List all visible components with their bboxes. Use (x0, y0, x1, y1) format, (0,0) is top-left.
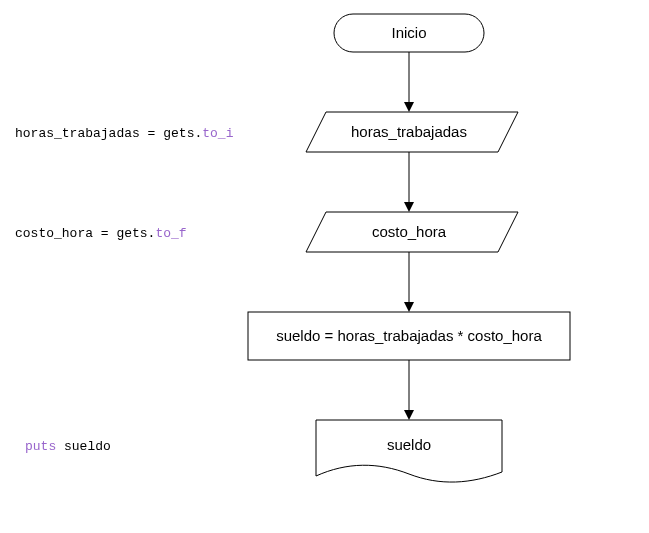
flowchart-input1-node: horas_trabajadas (306, 112, 518, 152)
code-annotation-3-accent: puts (25, 439, 56, 454)
flowchart-start-label: Inicio (391, 24, 426, 41)
code-annotation-3-plain: sueldo (56, 439, 111, 454)
flowchart-diagram: Inicio horas_trabajadas horas_trabajadas… (0, 0, 649, 533)
flowchart-process-node: sueldo = horas_trabajadas * costo_hora (248, 312, 570, 360)
svg-marker-11 (404, 410, 414, 420)
flowchart-input2-node: costo_hora (306, 212, 518, 252)
code-annotation-3: puts sueldo (25, 439, 111, 454)
code-annotation-1-plain: horas_trabajadas = gets. (15, 126, 202, 141)
code-annotation-2-plain: costo_hora = gets. (15, 226, 155, 241)
flowchart-input1-label: horas_trabajadas (351, 123, 467, 140)
flowchart-output-label: sueldo (387, 436, 431, 453)
flowchart-arrow-3 (404, 252, 414, 312)
svg-marker-8 (404, 302, 414, 312)
flowchart-arrow-2 (404, 152, 414, 212)
flowchart-process-label: sueldo = horas_trabajadas * costo_hora (276, 327, 542, 344)
svg-marker-5 (404, 202, 414, 212)
code-annotation-2: costo_hora = gets.to_f (15, 226, 187, 241)
flowchart-input2-label: costo_hora (372, 223, 447, 240)
flowchart-arrow-1 (404, 52, 414, 112)
code-annotation-1-accent: to_i (202, 126, 233, 141)
code-annotation-1: horas_trabajadas = gets.to_i (15, 126, 234, 141)
flowchart-arrow-4 (404, 360, 414, 420)
svg-marker-2 (404, 102, 414, 112)
code-annotation-2-accent: to_f (155, 226, 186, 241)
flowchart-start-node: Inicio (334, 14, 484, 52)
flowchart-output-node: sueldo (316, 420, 502, 482)
